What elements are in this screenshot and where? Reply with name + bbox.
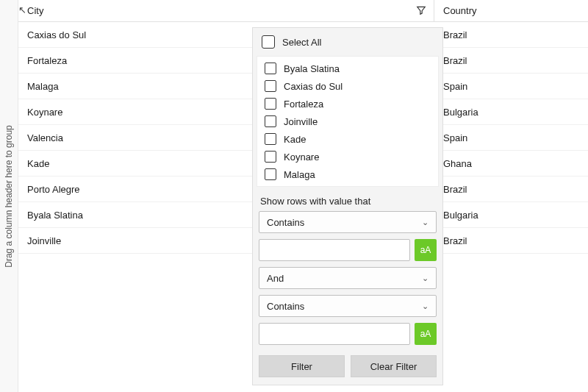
filter-values-list: Byala SlatinaCaxias do SulFortalezaJoinv… [257,56,439,187]
chevron-down-icon: ⌄ [422,218,429,227]
clear-filter-button[interactable]: Clear Filter [351,355,437,377]
filter-rows-label: Show rows with value that [253,193,442,211]
condition2-combo[interactable]: Contains ⌄ [259,295,437,317]
filter-option[interactable]: Kade [257,130,438,148]
checkbox-icon [265,115,276,127]
select-all-label: Select All [282,37,321,48]
chevron-down-icon: ⌄ [422,302,429,311]
filter-button[interactable]: Filter [259,355,345,377]
cell-country: Brazil [434,22,588,47]
data-grid: ↖ City Country Caxias do SulBrazilFortal… [18,0,588,392]
filter-option-label: Fortaleza [284,99,323,110]
filter-option[interactable]: Caxias do Sul [257,77,438,95]
filter-option[interactable]: Fortaleza [257,95,438,113]
filter-value2-input[interactable] [259,323,410,345]
filter-option[interactable]: Joinville [257,113,438,130]
checkbox-icon [265,80,276,92]
filter-option-label: Byala Slatina [284,63,340,74]
sort-ascending-icon: ↖ [18,4,30,16]
checkbox-icon [265,63,276,74]
filter-option-label: Joinville [284,116,318,127]
filter-option-label: Koynare [284,152,319,163]
column-header-country-label: Country [443,5,477,16]
cell-country: Brazil [434,48,588,73]
filter-option[interactable]: Malaga [257,165,438,183]
cell-country: Brazil [434,177,588,202]
cell-country: Bulgaria [434,99,588,124]
condition2-value: Contains [267,301,304,312]
condition1-value: Contains [267,217,304,228]
grid-header: ↖ City Country [18,0,588,22]
filter-value1-input[interactable] [259,239,410,261]
case-sensitive2-button[interactable]: aA [415,323,437,345]
checkbox-icon [262,35,275,49]
filter-option[interactable]: Koynare [257,148,438,165]
filter-option-label: Malaga [284,169,315,180]
cell-country: Spain [434,74,588,99]
case-icon: aA [420,245,431,255]
checkbox-icon [265,151,276,163]
condition1-combo[interactable]: Contains ⌄ [259,211,437,233]
column-header-country[interactable]: Country [434,0,588,21]
checkbox-icon [265,168,276,180]
select-all-option[interactable]: Select All [253,28,442,56]
logic-combo[interactable]: And ⌄ [259,267,437,289]
case-sensitive1-button[interactable]: aA [415,239,437,261]
filter-popup: Select All Byala SlatinaCaxias do SulFor… [252,27,443,385]
group-panel[interactable]: Drag a column header here to group [0,0,18,392]
filter-option-label: Caxias do Sul [284,81,343,92]
cell-country: Bulgaria [434,202,588,227]
cell-country: Spain [434,125,588,150]
logic-value: And [267,273,284,284]
filter-option-label: Kade [284,134,306,145]
column-header-city[interactable]: ↖ City [18,0,434,21]
cell-country: Brazil [434,228,588,253]
checkbox-icon [265,133,276,145]
cell-country: Ghana [434,151,588,176]
checkbox-icon [265,98,276,110]
case-icon: aA [420,329,431,339]
filter-option[interactable]: Byala Slatina [257,60,438,77]
filter-icon[interactable] [416,5,426,15]
clear-filter-button-label: Clear Filter [370,361,417,372]
group-panel-hint: Drag a column header here to group [4,125,14,267]
chevron-down-icon: ⌄ [422,274,429,283]
filter-button-label: Filter [291,361,312,372]
